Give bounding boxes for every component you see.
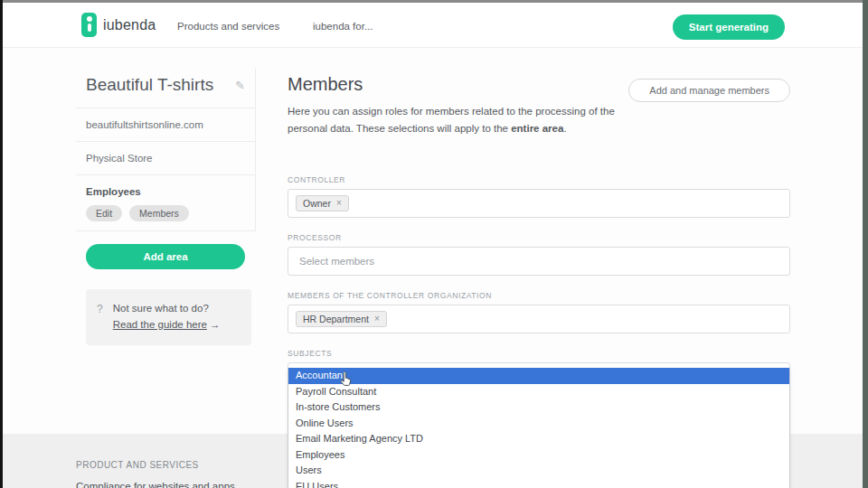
iubenda-logo-icon (81, 13, 97, 37)
edit-area-button[interactable]: Edit (86, 205, 122, 221)
app-frame: iubenda Products and services iubenda fo… (0, 0, 868, 488)
nav-products-and-services[interactable]: Products and services (177, 21, 279, 32)
remove-tag-icon[interactable]: × (336, 198, 342, 208)
project-title: Beautiful T-shirts (86, 75, 213, 95)
processor-label: PROCESSOR (288, 233, 790, 242)
sidebar-item-physical-store[interactable]: Physical Store (76, 142, 255, 175)
iubenda-logo-text: iubenda (103, 17, 156, 33)
dropdown-option-online-users[interactable]: Online Users (288, 416, 789, 432)
members-description: Here you can assign roles for members re… (288, 103, 790, 137)
add-area-button[interactable]: Add area (86, 244, 245, 269)
footer-heading: PRODUCT AND SERVICES (76, 460, 199, 470)
sidebar: Beautiful T-shirts ✎ beautifultshirtsonl… (76, 68, 256, 345)
dropdown-option-email-marketing-agency[interactable]: Email Marketing Agency LTD (288, 431, 789, 447)
start-generating-button[interactable]: Start generating (673, 14, 785, 40)
processor-input[interactable]: Select members (288, 247, 790, 276)
read-guide-link[interactable]: Read the guide here (113, 319, 207, 330)
description-line2: personal data. These selections will app… (288, 120, 790, 137)
controller-label: CONTROLLER (288, 175, 790, 184)
dropdown-option-users[interactable]: Users (288, 463, 789, 479)
org-members-label: MEMBERS OF THE CONTROLLER ORGANIZATION (288, 291, 790, 300)
members-header: Members Add and manage members (288, 74, 790, 95)
dropdown-option-accountant[interactable]: Accountant (288, 368, 789, 384)
processor-placeholder: Select members (296, 256, 374, 267)
top-navbar: iubenda Products and services iubenda fo… (3, 3, 863, 48)
org-members-tag-hr: HR Department × (296, 311, 387, 327)
entire-area-emphasis: entire area (511, 123, 563, 134)
help-line1: Not sure what to do? (113, 301, 221, 317)
arrow-right-icon: → (210, 317, 221, 333)
sidebar-item-employees[interactable]: Employees Edit Members (76, 175, 255, 231)
letterbox-right (863, 0, 868, 488)
members-panel: Members Add and manage members Here you … (288, 68, 790, 391)
add-and-manage-members-button[interactable]: Add and manage members (628, 79, 790, 102)
sidebar-item-employees-label: Employees (86, 186, 245, 197)
description-line1: Here you can assign roles for members re… (288, 103, 790, 120)
footer-link-compliance[interactable]: Compliance for websites and apps (76, 481, 235, 488)
area-list-card: Beautiful T-shirts ✎ beautifultshirtsonl… (76, 68, 256, 231)
dropdown-option-in-store-customers[interactable]: In-store Customers (288, 399, 789, 416)
controller-input[interactable]: Owner × (288, 189, 790, 218)
question-mark-icon: ? (97, 303, 103, 333)
subjects-dropdown: Accountant Payroll Consultant In-store C… (288, 368, 790, 488)
letterbox-left (0, 0, 3, 488)
employees-actions: Edit Members (86, 205, 245, 221)
remove-tag-icon[interactable]: × (374, 314, 380, 324)
project-title-row: Beautiful T-shirts ✎ (76, 68, 255, 108)
org-members-input[interactable]: HR Department × (288, 305, 790, 333)
members-area-button[interactable]: Members (129, 205, 189, 221)
letterbox-top (0, 0, 868, 3)
dropdown-option-eu-users[interactable]: EU Users (288, 479, 789, 488)
iubenda-logo[interactable]: iubenda (81, 13, 156, 37)
hand-cursor-icon (339, 371, 352, 390)
dropdown-option-employees[interactable]: Employees (288, 447, 789, 464)
edit-project-icon[interactable]: ✎ (235, 79, 245, 92)
controller-tag-owner: Owner × (296, 195, 349, 211)
help-text: Not sure what to do? Read the guide here… (113, 301, 221, 333)
sidebar-item-website-area[interactable]: beautifultshirtsonline.com (76, 108, 255, 142)
nav-iubenda-for[interactable]: iubenda for... (313, 21, 373, 32)
dropdown-option-payroll-consultant[interactable]: Payroll Consultant (288, 384, 789, 400)
subjects-label: SUBJECTS (288, 349, 790, 358)
help-box: ? Not sure what to do? Read the guide he… (86, 289, 251, 345)
